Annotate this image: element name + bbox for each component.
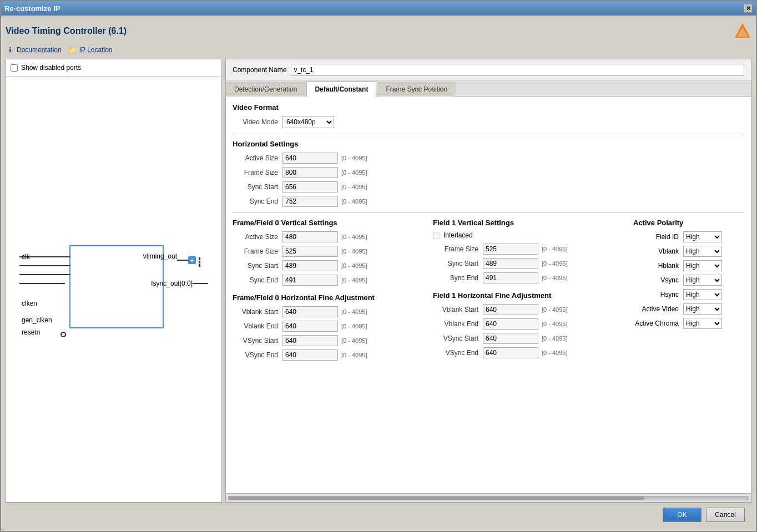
field-input-f1v-fields-2[interactable] bbox=[483, 272, 538, 283]
field-row-h-fields-1: Frame Size [0 - 4095] bbox=[233, 167, 744, 178]
polarity-label-2: Hblank bbox=[633, 262, 683, 270]
field-range-f1hf-fields-1: [0 - 4095] bbox=[542, 321, 567, 327]
tabs: Detection/Generation Default/Constant Fr… bbox=[226, 81, 751, 97]
field-label-h-fields-0: Active Size bbox=[233, 154, 282, 162]
field-input-h-fields-2[interactable] bbox=[282, 181, 338, 192]
field-label-f1hf-fields-2: VSync Start bbox=[433, 335, 483, 342]
workspace: Show disabled ports clk bbox=[6, 59, 751, 503]
tab-detection[interactable]: Detection/Generation bbox=[226, 82, 305, 97]
field-input-ff0v-fields-1[interactable] bbox=[282, 246, 338, 257]
component-name-input[interactable] bbox=[291, 64, 744, 76]
field-range-f1v-fields-0: [0 - 4095] bbox=[542, 246, 567, 252]
field-row-ff0v-fields-2: Sync Start [0 - 4095] bbox=[233, 260, 422, 271]
port-gen-clken-label: gen_clken bbox=[22, 316, 52, 324]
tab-framesync[interactable]: Frame Sync Position bbox=[377, 82, 456, 97]
field-range-h-fields-0: [0 - 4095] bbox=[341, 155, 367, 161]
ff0-vertical-fields: Active Size [0 - 4095] Frame Size [0 - 4… bbox=[233, 231, 422, 286]
polarity-select-0[interactable]: HighLow bbox=[683, 231, 722, 242]
polarity-row-1: VblankHighLow bbox=[633, 246, 744, 257]
tab-default[interactable]: Default/Constant bbox=[306, 82, 376, 97]
video-format-section: Video Format Video Mode 640x480p800x600p… bbox=[233, 103, 744, 128]
field-input-f1hf-fields-2[interactable] bbox=[483, 333, 538, 344]
field-label-ff0hf-fields-0: Vblank Start bbox=[233, 308, 282, 316]
footer: OK Cancel bbox=[6, 503, 751, 526]
field-range-f1hf-fields-3: [0 - 4095] bbox=[542, 349, 567, 356]
field-row-ff0hf-fields-3: VSync End [0 - 4095] bbox=[233, 349, 422, 361]
field-range-ff0v-fields-1: [0 - 4095] bbox=[341, 248, 367, 255]
polarity-select-1[interactable]: HighLow bbox=[683, 246, 722, 257]
component-diagram: clk clken gen_clken bbox=[19, 229, 208, 351]
f1-horiz-fine-section: Field 1 Horizontal Fine Adjustment Vblan… bbox=[433, 291, 622, 358]
show-disabled-ports-label: Show disabled ports bbox=[21, 64, 81, 72]
field-input-ff0hf-fields-2[interactable] bbox=[282, 335, 338, 346]
field-row-ff0hf-fields-2: VSync Start [0 - 4095] bbox=[233, 335, 422, 346]
scrollbar-thumb[interactable] bbox=[229, 496, 644, 500]
video-mode-label: Video Mode bbox=[233, 118, 282, 126]
field-row-f1v-fields-0: Frame Size [0 - 4095] bbox=[433, 244, 622, 255]
field-row-f1hf-fields-3: VSync End [0 - 4095] bbox=[433, 347, 622, 358]
field-label-f1v-fields-2: Sync End bbox=[433, 274, 483, 282]
field-row-h-fields-0: Active Size [0 - 4095] bbox=[233, 153, 744, 164]
polarity-label-4: Hsync bbox=[633, 291, 683, 298]
field-input-f1hf-fields-3[interactable] bbox=[483, 347, 538, 358]
field-1-vertical-section: Field 1 Vertical Settings Interlaced Fra… bbox=[433, 219, 622, 364]
field-input-h-fields-0[interactable] bbox=[282, 153, 338, 164]
field-input-f1hf-fields-1[interactable] bbox=[483, 318, 538, 330]
field-input-ff0v-fields-3[interactable] bbox=[282, 275, 338, 286]
polarity-select-5[interactable]: HighLow bbox=[683, 303, 722, 315]
polarity-select-6[interactable]: HighLow bbox=[683, 318, 722, 329]
scrollbar-area[interactable] bbox=[226, 493, 751, 502]
ip-location-link[interactable]: 📁 IP Location bbox=[68, 45, 113, 54]
field-label-f1hf-fields-1: Vblank End bbox=[433, 320, 483, 328]
polarity-label-1: Vblank bbox=[633, 247, 683, 255]
field-input-ff0v-fields-2[interactable] bbox=[282, 260, 338, 271]
field-input-h-fields-3[interactable] bbox=[282, 196, 338, 207]
ok-button[interactable]: OK bbox=[663, 508, 702, 522]
left-panel-header: Show disabled ports bbox=[6, 59, 221, 77]
field-input-ff0v-fields-0[interactable] bbox=[282, 231, 338, 242]
ff0-horiz-fine-section: Frame/Field 0 Horizontal Fine Adjustment… bbox=[233, 293, 422, 361]
ff0-horiz-fine-fields: Vblank Start [0 - 4095] Vblank End [0 - … bbox=[233, 306, 422, 361]
port-clken-label: clken bbox=[22, 300, 37, 307]
polarity-label-5: Active Video bbox=[633, 305, 683, 313]
polarity-select-4[interactable]: HighLow bbox=[683, 289, 722, 300]
field-row-f1hf-fields-2: VSync Start [0 - 4095] bbox=[433, 333, 622, 344]
documentation-link[interactable]: ℹ Documentation bbox=[6, 45, 62, 54]
field-input-ff0hf-fields-0[interactable] bbox=[282, 306, 338, 317]
field-label-ff0v-fields-3: Sync End bbox=[233, 276, 282, 284]
add-btn-vtiming[interactable]: + bbox=[188, 256, 196, 264]
field-row-ff0v-fields-1: Frame Size [0 - 4095] bbox=[233, 246, 422, 257]
field-range-ff0v-fields-3: [0 - 4095] bbox=[341, 277, 367, 283]
show-disabled-ports-checkbox[interactable] bbox=[11, 64, 18, 72]
port-resetn-dot bbox=[60, 332, 66, 337]
interlaced-checkbox bbox=[433, 232, 440, 239]
left-panel-body: clk clken gen_clken bbox=[6, 77, 221, 502]
field-input-h-fields-1[interactable] bbox=[282, 167, 338, 178]
cancel-button[interactable]: Cancel bbox=[706, 508, 745, 522]
field-range-f1v-fields-1: [0 - 4095] bbox=[542, 260, 567, 267]
polarity-select-2[interactable]: HighLow bbox=[683, 260, 722, 271]
right-panel: Component Name Detection/Generation Defa… bbox=[225, 59, 751, 503]
field-input-ff0hf-fields-1[interactable] bbox=[282, 321, 338, 332]
field-range-ff0hf-fields-2: [0 - 4095] bbox=[341, 337, 367, 344]
field-input-f1v-fields-1[interactable] bbox=[483, 258, 538, 269]
field-label-ff0v-fields-2: Sync Start bbox=[233, 262, 282, 270]
interlaced-label: Interlaced bbox=[443, 231, 473, 239]
f1-vertical-fields: Frame Size [0 - 4095] Sync Start [0 - 40… bbox=[433, 244, 622, 283]
field-input-f1v-fields-0[interactable] bbox=[483, 244, 538, 255]
left-panel: Show disabled ports clk bbox=[6, 59, 222, 503]
field-range-ff0hf-fields-1: [0 - 4095] bbox=[341, 323, 367, 330]
field-row-ff0hf-fields-0: Vblank Start [0 - 4095] bbox=[233, 306, 422, 317]
horizontal-scrollbar[interactable] bbox=[228, 496, 749, 500]
polarity-select-3[interactable]: HighLow bbox=[683, 275, 722, 286]
frame-field-0-vertical-section: Frame/Field 0 Vertical Settings Active S… bbox=[233, 219, 422, 364]
field-label-f1hf-fields-3: VSync End bbox=[433, 349, 483, 357]
field-input-f1hf-fields-0[interactable] bbox=[483, 304, 538, 315]
video-mode-select[interactable]: 640x480p800x600p1280x720p1920x1080p bbox=[282, 116, 334, 128]
field-range-ff0v-fields-0: [0 - 4095] bbox=[341, 234, 367, 240]
field-input-ff0hf-fields-3[interactable] bbox=[282, 349, 338, 361]
video-format-title: Video Format bbox=[233, 103, 744, 112]
close-button[interactable]: ✕ bbox=[744, 4, 753, 13]
field-label-ff0v-fields-1: Frame Size bbox=[233, 247, 282, 255]
field-label-f1hf-fields-0: Vblank Start bbox=[433, 306, 483, 313]
